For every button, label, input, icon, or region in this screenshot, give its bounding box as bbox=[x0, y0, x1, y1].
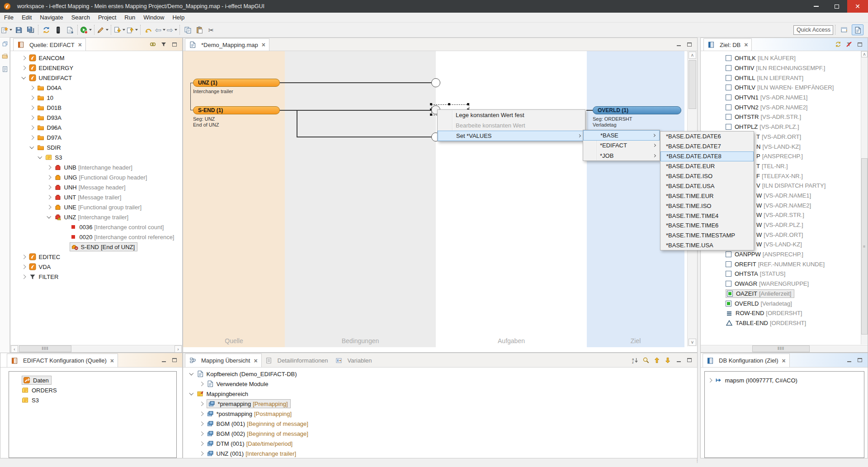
tree-item-10[interactable]: 10 bbox=[10, 93, 182, 103]
tree-item-d96a[interactable]: D96A bbox=[10, 123, 182, 132]
tree-item-editec[interactable]: EDITEC bbox=[10, 252, 182, 262]
menu-file[interactable]: File bbox=[0, 13, 18, 23]
target-field-oanppw[interactable]: OANPPW[ANSPRECHP.] bbox=[701, 250, 858, 259]
device-button[interactable] bbox=[52, 24, 63, 35]
save-button[interactable] bbox=[13, 24, 24, 35]
tree-item--postmapping[interactable]: *postmapping[Postmapping] bbox=[183, 409, 697, 419]
mapgui-perspective-button[interactable] bbox=[852, 24, 863, 35]
connection-line-branch-v[interactable] bbox=[297, 110, 297, 137]
save-all-button[interactable] bbox=[25, 24, 36, 35]
menu-item-set-values[interactable]: Set *VALUES bbox=[438, 131, 585, 141]
target-field-ohtsta[interactable]: OHTSTA[STATUS] bbox=[701, 269, 858, 279]
selection-handle[interactable] bbox=[467, 103, 469, 105]
expand-icon[interactable] bbox=[47, 165, 51, 169]
target-field-orefit[interactable]: OREFIT[REF.-NUMMER KUNDE] bbox=[701, 259, 858, 269]
submenu-item--base[interactable]: *BASE bbox=[583, 130, 660, 141]
close-icon[interactable]: × bbox=[110, 357, 114, 364]
expand-icon[interactable] bbox=[199, 401, 203, 406]
value-item--base-date-iso[interactable]: *BASE.DATE.ISO bbox=[660, 171, 754, 181]
target-field-ohtilv[interactable]: OHTILV[ILN WAREN- EMPFÄNGER] bbox=[701, 83, 858, 93]
tab-mapping-übersicht[interactable]: Mapping Übersicht× bbox=[185, 354, 262, 367]
scroll-right-icon[interactable]: › bbox=[175, 345, 182, 353]
expand-icon[interactable] bbox=[199, 441, 203, 445]
submenu-item--edifact[interactable]: *EDIFACT bbox=[583, 141, 660, 151]
collapse-all-icon[interactable] bbox=[653, 356, 661, 364]
tree-item-d01b[interactable]: D01B bbox=[10, 103, 182, 113]
checkbox-icon[interactable] bbox=[726, 94, 731, 100]
expand-icon[interactable] bbox=[199, 411, 203, 415]
scroll-down-icon[interactable]: ˅ bbox=[689, 339, 696, 346]
expand-icon[interactable] bbox=[22, 255, 26, 259]
checkbox-icon[interactable] bbox=[726, 65, 731, 71]
expand-icon[interactable] bbox=[47, 195, 51, 199]
db-config-item[interactable]: mapsm (I009777T, C#ACO) bbox=[705, 375, 864, 385]
checkbox-icon[interactable] bbox=[726, 85, 731, 90]
value-item--base-time-iso[interactable]: *BASE.TIME.ISO bbox=[660, 201, 754, 211]
cut-button[interactable]: ✂ bbox=[206, 24, 217, 35]
checkbox-icon[interactable] bbox=[726, 251, 731, 257]
minimize-icon[interactable] bbox=[675, 40, 683, 48]
value-item--base-date-usa[interactable]: *BASE.DATE.USA bbox=[660, 181, 754, 191]
expand-icon[interactable] bbox=[708, 378, 712, 382]
maximize-icon[interactable] bbox=[685, 356, 693, 364]
menu-project[interactable]: Project bbox=[94, 13, 120, 23]
tab-edifact-konfiguration[interactable]: EDIFACT Konfiguration (Quelle)× bbox=[7, 354, 118, 367]
checkbox-icon[interactable] bbox=[726, 104, 731, 110]
scroll-left-icon[interactable]: ‹ bbox=[11, 345, 18, 353]
expand-icon[interactable] bbox=[199, 451, 203, 455]
remove-filter-icon[interactable] bbox=[845, 40, 853, 48]
checkbox-icon[interactable] bbox=[726, 55, 731, 61]
tree-item-mappingbereich[interactable]: Mappingbereich bbox=[183, 389, 697, 399]
checkbox-icon[interactable] bbox=[726, 114, 731, 120]
checkbox-icon[interactable] bbox=[726, 261, 731, 267]
value-item--base-time-eur[interactable]: *BASE.TIME.EUR bbox=[660, 191, 754, 201]
expand-all-icon[interactable] bbox=[664, 356, 672, 364]
scroll-thumb[interactable] bbox=[689, 60, 696, 109]
search-icon[interactable] bbox=[642, 356, 650, 364]
tree-item-unt[interactable]: UNT[Message trailer] bbox=[10, 192, 182, 202]
expand-icon[interactable] bbox=[22, 56, 26, 60]
tree-item-sdir[interactable]: SDIR bbox=[10, 142, 182, 152]
target-field-row-end[interactable]: ROW-END[ORDERSHT] bbox=[701, 308, 858, 318]
menu-help[interactable]: Help bbox=[168, 13, 189, 23]
selection-handle[interactable] bbox=[448, 103, 450, 105]
target-field-ohtilk[interactable]: OHTILK[ILN KÄUFER] bbox=[701, 53, 858, 63]
close-icon[interactable]: × bbox=[262, 41, 265, 48]
target-field-ohtvn2[interactable]: OHTVN2[VS-ADR.NAME2] bbox=[701, 102, 858, 112]
value-item--base-time-time4[interactable]: *BASE.TIME.TIME4 bbox=[660, 211, 754, 221]
tree-item-ung[interactable]: UNG[Functional Group header] bbox=[10, 172, 182, 182]
tree-item-unb[interactable]: UNB[Interchange header] bbox=[10, 162, 182, 172]
copy-button[interactable] bbox=[182, 24, 193, 35]
sash-handle[interactable]: ⦙⦙ bbox=[697, 459, 699, 467]
menu-navigate[interactable]: Navigate bbox=[36, 13, 67, 23]
tree-item-edienergy[interactable]: EDIENERGY bbox=[10, 63, 182, 73]
collapse-icon[interactable] bbox=[38, 155, 42, 159]
close-icon[interactable]: × bbox=[782, 357, 786, 364]
maximize-icon[interactable] bbox=[170, 356, 179, 364]
tree-item-bgm-001-[interactable]: BGM (001)[Beginning of message] bbox=[183, 419, 697, 429]
checkbox-checked-icon[interactable] bbox=[727, 291, 733, 297]
tree-item-vda[interactable]: VDA bbox=[10, 262, 182, 272]
filter-icon[interactable] bbox=[160, 40, 168, 48]
menu-run[interactable]: Run bbox=[120, 13, 139, 23]
collapse-icon[interactable] bbox=[30, 145, 34, 149]
value-item--base-date-date6[interactable]: *BASE.DATE.DATE6 bbox=[660, 132, 754, 142]
mapping-canvas[interactable]: QuelleBedingungenAufgabenZielUNZ (1) Int… bbox=[183, 51, 697, 347]
open-perspective-button[interactable] bbox=[838, 24, 850, 35]
tree-item-kopfbereich-demo-edifact-db-[interactable]: Kopfbereich (Demo_EDIFACT-DB) bbox=[183, 369, 697, 379]
expand-icon[interactable] bbox=[22, 274, 26, 278]
minimize-icon[interactable] bbox=[160, 356, 168, 364]
scroll-thumb[interactable]: ⦀⦀⦀ bbox=[19, 345, 71, 352]
value-item--base-time-time6[interactable]: *BASE.TIME.TIME6 bbox=[660, 221, 754, 231]
connection-line-branch-h[interactable] bbox=[297, 137, 432, 137]
tab-detailinformationen[interactable]: Detailinformationen bbox=[262, 354, 332, 367]
tree-item-s3[interactable]: S3 bbox=[10, 152, 182, 162]
dropdown-caret-icon[interactable] bbox=[123, 29, 125, 31]
target-field-table-end[interactable]: TABLE-END[ORDERSHT] bbox=[701, 318, 858, 328]
tree-item-eancom[interactable]: EANCOM bbox=[10, 53, 182, 63]
maximize-icon[interactable] bbox=[856, 40, 864, 48]
tree-item-unh[interactable]: UNH[Message header] bbox=[10, 182, 182, 192]
tab-demo-mapping[interactable]: *Demo_Mapping.map× bbox=[185, 38, 269, 51]
views-stack-icon[interactable] bbox=[1, 53, 9, 60]
restore-view-icon[interactable] bbox=[1, 40, 9, 47]
